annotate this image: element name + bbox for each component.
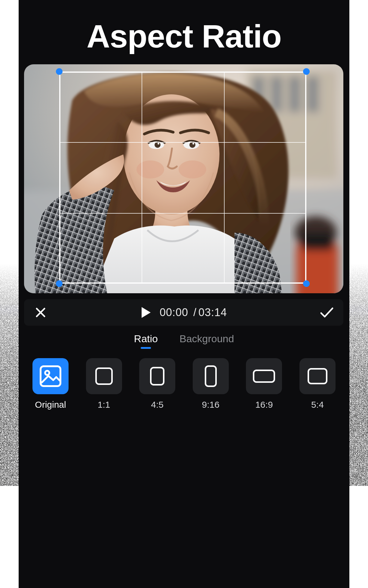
cancel-button[interactable]: [24, 306, 57, 318]
tab-ratio[interactable]: Ratio: [134, 333, 158, 345]
play-icon: [140, 306, 151, 318]
image-icon: [39, 364, 62, 388]
ratio-label-original: Original: [35, 400, 66, 410]
ratio-shape-4-5: [150, 367, 164, 385]
play-button[interactable]: [140, 306, 151, 318]
preview-image: [24, 64, 343, 293]
ratio-shape-1-1: [95, 367, 113, 385]
ratio-option-5-4[interactable]: 5:4: [295, 358, 340, 410]
playback-bar: 00:00 /03:14: [24, 299, 343, 326]
ratio-swatch-4-5: [139, 358, 175, 394]
ratio-shape-16-9: [253, 370, 275, 383]
ratio-option-1-1[interactable]: 1:1: [81, 358, 127, 410]
svg-point-32: [45, 371, 49, 375]
ratio-label-1-1: 1:1: [98, 400, 110, 410]
svg-rect-31: [41, 366, 60, 386]
page-title: Aspect Ratio: [19, 17, 349, 55]
total-duration: 03:14: [198, 306, 227, 318]
ratio-shape-5-4: [308, 368, 327, 384]
time-display: 00:00 /03:14: [160, 306, 227, 319]
ratio-swatch-5-4: [299, 358, 336, 394]
ratio-swatch-9-16: [193, 358, 229, 394]
ratio-option-9-16[interactable]: 9:16: [188, 358, 234, 410]
ratio-label-4-5: 4:5: [151, 400, 164, 410]
ratio-label-9-16: 9:16: [202, 400, 219, 410]
time-separator: /: [193, 306, 197, 318]
ratio-option-original[interactable]: Original: [28, 358, 73, 410]
confirm-button[interactable]: [310, 307, 343, 318]
svg-rect-30: [24, 64, 343, 293]
ratio-option-4-5[interactable]: 4:5: [134, 358, 180, 410]
ratio-label-5-4: 5:4: [311, 400, 324, 410]
media-preview[interactable]: [24, 64, 343, 293]
ratio-option-16-9[interactable]: 16:9: [241, 358, 287, 410]
close-icon: [35, 306, 47, 318]
ratio-swatch-original: [32, 358, 69, 394]
ratio-swatch-1-1: [86, 358, 122, 394]
app-frame: Aspect Ratio: [19, 0, 349, 588]
check-icon: [320, 307, 334, 318]
ratio-label-16-9: 16:9: [255, 400, 273, 410]
ratio-options: Original 1:1 4:5 9:16 16:9 5:4: [19, 358, 349, 410]
tab-background[interactable]: Background: [179, 333, 234, 345]
current-time: 00:00: [160, 306, 188, 318]
ratio-swatch-16-9: [246, 358, 282, 394]
tab-bar: Ratio Background: [19, 328, 349, 349]
ratio-shape-9-16: [205, 365, 217, 387]
